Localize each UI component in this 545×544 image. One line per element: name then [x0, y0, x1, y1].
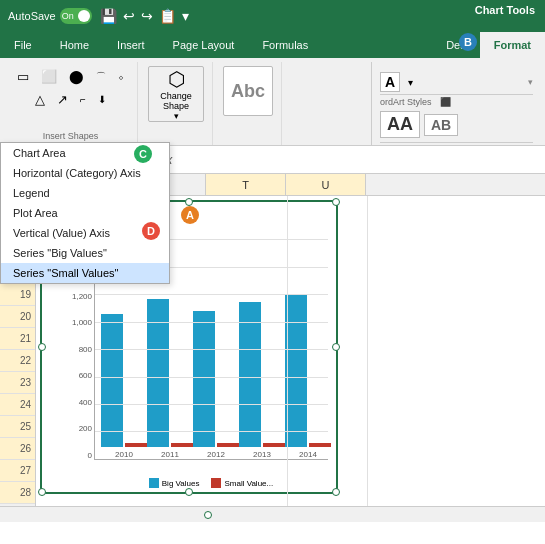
change-shape-arrow: ▾ — [174, 111, 179, 121]
tab-formulas[interactable]: Formulas — [248, 32, 322, 58]
shapes-content: ▭ ⬜ ⬤ ⌒ ⬦ △ ↗ ⌐ ⬇ — [12, 66, 129, 129]
bottom-bar — [0, 506, 545, 522]
y-label-600: 600 — [79, 371, 92, 380]
tab-file[interactable]: File — [0, 32, 46, 58]
ribbon-body: ▭ ⬜ ⬤ ⌒ ⬦ △ ↗ ⌐ ⬇ Insert Shapes ⬡ Change… — [0, 58, 545, 146]
shapes-row-1: ▭ ⬜ ⬤ ⌒ ⬦ — [12, 66, 129, 87]
ribbon-divider-1 — [380, 94, 533, 95]
legend-big-label: Big Values — [162, 479, 200, 488]
wordart-buttons-row: AA AB — [380, 111, 533, 138]
shapes-row-2: △ ↗ ⌐ ⬇ — [30, 89, 111, 110]
dropdown-item-big-values[interactable]: Series "Big Values" — [1, 243, 169, 263]
bar-small-2010 — [125, 443, 147, 447]
wordart-style-row: ordArt Styles ⬛ — [380, 97, 533, 107]
bar-group-2011: 2011 — [147, 299, 193, 459]
change-shape-button[interactable]: ⬡ Change Shape ▾ — [148, 66, 204, 122]
font-a-btn[interactable]: A — [380, 72, 400, 92]
more-icon[interactable]: ▾ — [182, 8, 189, 24]
insert-shapes-label: Insert Shapes — [43, 129, 99, 141]
shape-btn-1[interactable]: ▭ — [12, 66, 34, 87]
abc-button[interactable]: Abc — [223, 66, 273, 116]
change-shape-content: ⬡ Change Shape ▾ — [148, 66, 204, 129]
badge-a: A — [181, 206, 199, 224]
badge-b: B — [459, 33, 477, 51]
bar-small-2011 — [171, 443, 193, 447]
shape-btn-7[interactable]: ↗ — [52, 89, 73, 110]
tab-insert[interactable]: Insert — [103, 32, 159, 58]
legend-big-color — [149, 478, 159, 488]
customize-icon[interactable]: 📋 — [159, 8, 176, 24]
row-num-25: 25 — [0, 416, 35, 438]
row-num-22: 22 — [0, 350, 35, 372]
save-icon[interactable]: 💾 — [100, 8, 117, 24]
wordart-ab-btn[interactable]: AB — [424, 114, 458, 136]
row-num-19: 19 — [0, 284, 35, 306]
wordart-styles-label: ordArt Styles — [380, 97, 432, 107]
wordart-aa-btn[interactable]: AA — [380, 111, 420, 138]
font-dropdown-1[interactable]: ▾ — [403, 74, 418, 91]
wordart-expand-icon[interactable]: ⬛ — [440, 97, 451, 107]
y-label-1000: 1,000 — [72, 318, 92, 327]
y-label-400: 400 — [79, 398, 92, 407]
change-shape-section: ⬡ Change Shape ▾ x — [140, 62, 213, 145]
badge-d: D — [142, 222, 160, 240]
shape-btn-4[interactable]: ⌒ — [91, 67, 111, 87]
toggle-knob — [78, 10, 90, 22]
dropdown-item-plot[interactable]: Plot Area — [1, 203, 169, 223]
namebox-dropdown[interactable]: Chart Area Horizontal (Category) Axis Le… — [0, 142, 170, 284]
redo-icon[interactable]: ↪ — [141, 8, 153, 24]
shape-more[interactable]: ⬇ — [93, 91, 111, 108]
y-label-1200: 1,200 — [72, 292, 92, 301]
autosave-toggle[interactable]: On — [60, 8, 92, 24]
row-num-28: 28 — [0, 482, 35, 504]
col-header-t[interactable]: T — [206, 174, 286, 195]
row-num-27: 27 — [0, 460, 35, 482]
chart-tools-label: Chart Tools — [465, 0, 545, 20]
change-shape-icon: ⬡ — [168, 67, 185, 91]
tab-page-layout[interactable]: Page Layout — [159, 32, 249, 58]
wordart-content: Abc — [223, 66, 273, 129]
y-label-200: 200 — [79, 424, 92, 433]
dropdown-item-small-values[interactable]: Series "Small Values" — [1, 263, 169, 283]
shape-btn-5[interactable]: ⬦ — [113, 68, 129, 85]
right-wordart-section: A ▾ ▾ ordArt Styles ⬛ AA AB A ▾ — [376, 66, 537, 145]
dropdown-item-legend[interactable]: Legend — [1, 183, 169, 203]
y-label-0: 0 — [88, 451, 92, 460]
bar-group-2010: 2010 — [101, 314, 147, 459]
font-color-row-1: A ▾ ▾ — [380, 72, 533, 92]
tab-format[interactable]: Format — [480, 32, 545, 58]
autosave-on-label: On — [62, 11, 74, 21]
shape-btn-3[interactable]: ⬤ — [64, 66, 89, 87]
cell-col-t[interactable] — [208, 196, 288, 506]
row-num-23: 23 — [0, 372, 35, 394]
autosave-label: AutoSave — [8, 10, 56, 22]
bar-big-2010 — [101, 314, 123, 447]
change-shape-label: Change Shape — [149, 91, 203, 111]
tab-home[interactable]: Home — [46, 32, 103, 58]
scroll-handle-bottom[interactable] — [204, 511, 212, 519]
col-header-u[interactable]: U — [286, 174, 366, 195]
badge-c: C — [134, 145, 152, 163]
right-cells — [208, 196, 368, 506]
wordart-section: Abc x — [215, 62, 282, 145]
row-num-24: 24 — [0, 394, 35, 416]
row-num-21: 21 — [0, 328, 35, 350]
title-bar: AutoSave On 💾 ↩ ↪ 📋 ▾ Chart Tools — [0, 0, 545, 32]
x-label-2010: 2010 — [115, 450, 133, 459]
y-label-800: 800 — [79, 345, 92, 354]
shape-btn-8[interactable]: ⌐ — [75, 91, 91, 108]
insert-shapes-section: ▭ ⬜ ⬤ ⌒ ⬦ △ ↗ ⌐ ⬇ Insert Shapes — [4, 62, 138, 145]
legend-big: Big Values — [149, 478, 200, 488]
title-icons: 💾 ↩ ↪ 📋 ▾ — [100, 8, 189, 24]
autosave-area: AutoSave On — [8, 8, 92, 24]
row-num-20: 20 — [0, 306, 35, 328]
row-num-26: 26 — [0, 438, 35, 460]
dropdown-item-h-axis[interactable]: Horizontal (Category) Axis — [1, 163, 169, 183]
shape-btn-2[interactable]: ⬜ — [36, 66, 62, 87]
x-label-2011: 2011 — [161, 450, 179, 459]
right-ribbon-area: A ▾ ▾ ordArt Styles ⬛ AA AB A ▾ — [371, 62, 541, 145]
cell-col-u[interactable] — [288, 196, 368, 506]
shape-btn-6[interactable]: △ — [30, 89, 50, 110]
ribbon-divider-2 — [380, 142, 533, 143]
undo-icon[interactable]: ↩ — [123, 8, 135, 24]
